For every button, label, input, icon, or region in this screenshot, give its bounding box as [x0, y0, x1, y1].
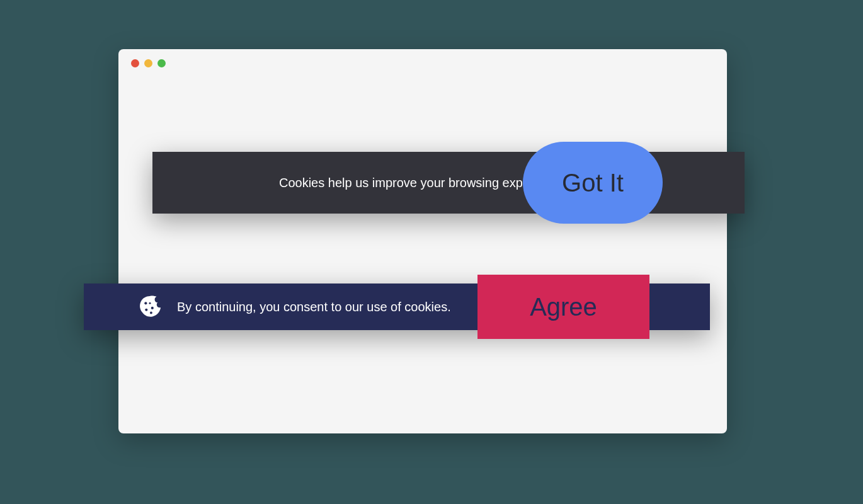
agree-button[interactable]: Agree [477, 275, 649, 339]
svg-point-2 [151, 307, 154, 309]
got-it-button[interactable]: Got It [523, 142, 663, 224]
browser-window-mockup [118, 49, 727, 433]
svg-point-1 [145, 309, 147, 311]
window-maximize-icon[interactable] [157, 59, 166, 67]
svg-point-3 [150, 312, 152, 314]
svg-point-4 [149, 302, 151, 304]
window-controls [118, 49, 727, 77]
window-minimize-icon[interactable] [144, 59, 152, 67]
window-close-icon[interactable] [131, 59, 139, 67]
svg-point-0 [144, 302, 147, 304]
cookie-icon [138, 295, 162, 319]
cookie-banner-message: By continuing, you consent to our use of… [177, 300, 451, 314]
